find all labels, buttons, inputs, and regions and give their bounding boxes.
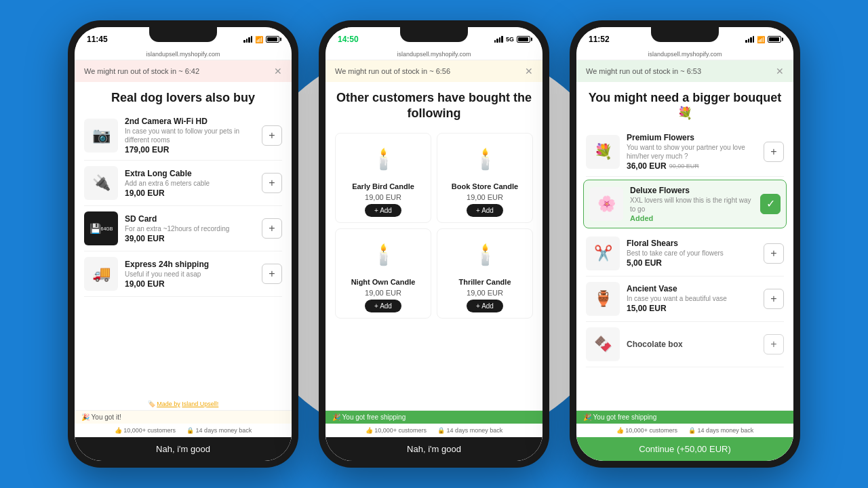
product-desc-1-3: For an extra ~12hours of recording bbox=[125, 224, 255, 233]
url-bar-1: islandupsell.myshopify.com bbox=[75, 49, 292, 60]
product-img-3-2: 🌸 bbox=[589, 187, 623, 221]
footer-3: 🎉 You got free shipping 👍 10,000+ custom… bbox=[576, 410, 793, 461]
product-item-3-3: ✂️ Floral Shears Best to take care of yo… bbox=[586, 231, 784, 277]
battery-icon-1 bbox=[266, 36, 279, 43]
phone-1: 11:45 📶 islandupsell.myshopify.com We mi… bbox=[68, 20, 298, 468]
add-btn-1-3[interactable]: + bbox=[262, 218, 282, 239]
badge-money-back-2: 🔒 14 days money back bbox=[437, 427, 502, 434]
old-price-3-1: 90,00 EUR bbox=[669, 163, 699, 169]
signal-icon-3 bbox=[745, 36, 754, 43]
add-btn-3-2[interactable]: ✓ bbox=[760, 194, 781, 214]
product-img-3-5: 🍫 bbox=[586, 327, 620, 361]
grid-product-name-2-1: Early Bird Candle bbox=[352, 182, 414, 190]
product-name-1-3: SD Card bbox=[125, 214, 255, 224]
product-desc-3-3: Best to take care of your flowers bbox=[627, 249, 757, 258]
grid-product-name-2-2: Book Store Candle bbox=[452, 182, 518, 190]
product-img-1-3: 💾64GB bbox=[84, 211, 118, 245]
status-time-3: 11:52 bbox=[589, 35, 610, 44]
footer-btn-2[interactable]: Nah, i'm good bbox=[326, 437, 542, 461]
status-time-1: 11:45 bbox=[87, 35, 108, 44]
url-bar-3: islandupsell.myshopify.com bbox=[576, 49, 793, 60]
grid-product-img-2-2: 🕯️ bbox=[465, 139, 505, 180]
screen-title-2: Other customers have bought the followin… bbox=[335, 82, 533, 127]
badge-money-back-1: 🔒 14 days money back bbox=[186, 427, 252, 434]
status-time-2: 14:50 bbox=[338, 35, 359, 44]
product-desc-3-1: You want to show your partner you love h… bbox=[627, 143, 757, 161]
product-img-3-4: 🏺 bbox=[586, 282, 620, 316]
wifi-icon-1: 📶 bbox=[255, 36, 263, 43]
product-item-3-5: 🍫 Chocolate box + bbox=[586, 322, 784, 367]
product-name-3-2: Deluxe Flowers bbox=[630, 186, 753, 195]
banner-1: We might run out of stock in ~ 6:42 ✕ bbox=[75, 60, 292, 82]
made-by-link-1[interactable]: Island Upsell! bbox=[182, 401, 218, 407]
close-banner-3[interactable]: ✕ bbox=[776, 66, 784, 77]
product-desc-3-2: XXL lovers will know this is the right w… bbox=[630, 196, 753, 214]
add-btn-1-1[interactable]: + bbox=[262, 125, 282, 146]
wifi-icon-3: 📶 bbox=[757, 36, 765, 43]
footer-badges-3: 👍 10,000+ customers 🔒 14 days money back bbox=[576, 424, 793, 437]
product-img-1-1: 📷 bbox=[84, 119, 118, 152]
screen-title-3: You might need a bigger bouquet 💐 bbox=[586, 82, 784, 127]
add-btn-3-3[interactable]: + bbox=[764, 243, 784, 264]
banner-text-1: We might run out of stock in ~ 6:42 bbox=[84, 67, 199, 75]
products-grid-2: 🕯️ Early Bird Candle 19,00 EUR + Add 🕯️ … bbox=[335, 127, 533, 324]
badge-customers-3: 👍 10,000+ customers bbox=[616, 427, 677, 434]
banner-text-2: We might run out of stock in ~ 6:56 bbox=[335, 67, 450, 75]
footer-btn-3[interactable]: Continue (+50,00 EUR) bbox=[576, 437, 793, 461]
battery-icon-3 bbox=[768, 36, 781, 43]
product-desc-3-4: In case you want a beautiful vase bbox=[627, 294, 757, 303]
add-btn-1-4[interactable]: + bbox=[262, 264, 282, 284]
footer-1: 🎉 You got it! 👍 10,000+ customers 🔒 14 d… bbox=[75, 410, 292, 461]
footer-badges-2: 👍 10,000+ customers 🔒 14 days money back bbox=[326, 424, 542, 437]
phone-3: 11:52 📶 islandupsell.myshopify.com We mi… bbox=[570, 20, 800, 468]
grid-product-img-2-3: 🕯️ bbox=[363, 235, 403, 275]
product-item-1-4: 🚚 Express 24h shipping Useful if you nee… bbox=[84, 251, 282, 297]
product-img-3-1: 💐 bbox=[586, 135, 620, 169]
grid-product-name-2-3: Night Own Candle bbox=[351, 278, 416, 286]
grid-add-btn-2-1[interactable]: + Add bbox=[365, 204, 401, 217]
grid-product-2-2: 🕯️ Book Store Candle 19,00 EUR + Add bbox=[437, 133, 533, 223]
grid-add-btn-2-3[interactable]: + Add bbox=[365, 300, 401, 312]
add-btn-3-1[interactable]: + bbox=[764, 142, 784, 162]
grid-product-img-2-4: 🕯️ bbox=[465, 235, 505, 275]
product-desc-1-2: Add an extra 6 meters cable bbox=[125, 179, 255, 188]
add-btn-3-5[interactable]: + bbox=[764, 334, 784, 354]
url-bar-2: islandupsell.myshopify.com bbox=[326, 49, 542, 60]
grid-product-price-2-2: 19,00 EUR bbox=[467, 193, 503, 201]
added-label-3-2: Added bbox=[630, 214, 753, 222]
product-price-1-2: 19,00 EUR bbox=[125, 188, 255, 198]
product-name-3-1: Premium Flowers bbox=[627, 133, 757, 142]
product-price-1-4: 19,00 EUR bbox=[125, 279, 255, 289]
footer-btn-1[interactable]: Nah, i'm good bbox=[75, 437, 292, 461]
grid-add-btn-2-2[interactable]: + Add bbox=[467, 204, 503, 217]
footer-2: 🎉 You got free shipping 👍 10,000+ custom… bbox=[326, 410, 542, 461]
grid-product-price-2-3: 19,00 EUR bbox=[365, 289, 401, 297]
product-item-3-1: 💐 Premium Flowers You want to show your … bbox=[586, 127, 784, 177]
badge-money-back-3: 🔒 14 days money back bbox=[688, 427, 753, 434]
footer-status-2: 🎉 You got free shipping bbox=[326, 411, 542, 424]
close-banner-2[interactable]: ✕ bbox=[525, 66, 533, 77]
product-name-1-4: Express 24h shipping bbox=[125, 260, 255, 269]
product-price-1-1: 179,00 EUR bbox=[125, 145, 255, 155]
made-by-1: 🏷️ Made by Island Upsell! bbox=[75, 398, 292, 410]
product-desc-1-1: In case you want to follow your pets in … bbox=[125, 127, 255, 144]
grid-product-2-1: 🕯️ Early Bird Candle 19,00 EUR + Add bbox=[335, 133, 431, 223]
product-img-3-3: ✂️ bbox=[586, 237, 620, 270]
product-price-3-4: 15,00 EUR bbox=[627, 304, 757, 313]
add-btn-1-2[interactable]: + bbox=[262, 173, 282, 193]
grid-product-price-2-4: 19,00 EUR bbox=[467, 289, 503, 297]
footer-status-3: 🎉 You got free shipping bbox=[576, 411, 793, 424]
add-btn-3-4[interactable]: + bbox=[764, 289, 784, 309]
screen-title-1: Real dog lovers also buy bbox=[84, 82, 282, 111]
signal-icon-1 bbox=[243, 36, 252, 43]
product-price-3-1: 36,00 EUR bbox=[627, 161, 667, 171]
badge-customers-1: 👍 10,000+ customers bbox=[115, 427, 176, 434]
grid-add-btn-2-4[interactable]: + Add bbox=[467, 300, 503, 312]
footer-badges-1: 👍 10,000+ customers 🔒 14 days money back bbox=[75, 424, 292, 437]
product-item-1-1: 📷 2nd Camera Wi-Fi HD In case you want t… bbox=[84, 111, 282, 161]
product-item-1-3: 💾64GB SD Card For an extra ~12hours of r… bbox=[84, 206, 282, 251]
close-banner-1[interactable]: ✕ bbox=[274, 66, 282, 77]
5g-label-2: 5G bbox=[506, 36, 514, 43]
signal-icon-2 bbox=[494, 36, 503, 43]
product-name-1-1: 2nd Camera Wi-Fi HD bbox=[125, 117, 255, 126]
